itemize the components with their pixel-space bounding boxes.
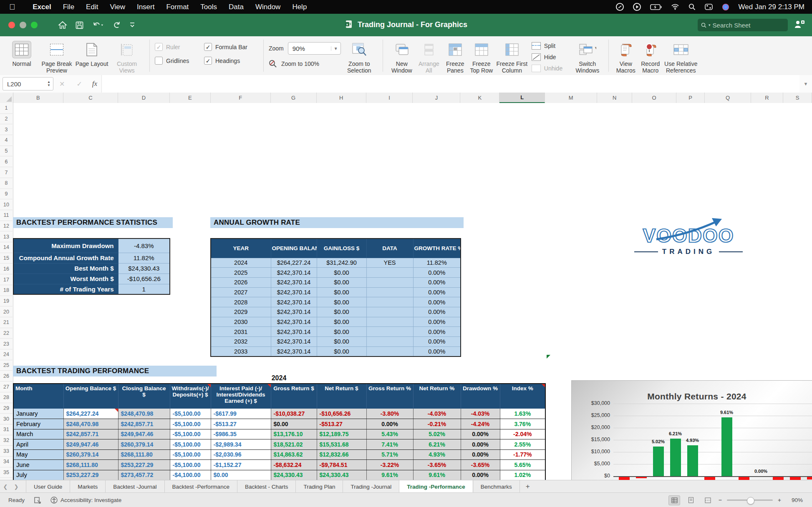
- column-header-R[interactable]: R: [751, 93, 783, 103]
- perf-data-cell[interactable]: 0.00%: [366, 419, 413, 429]
- search-sheet-input[interactable]: ▾ Search Sheet: [698, 19, 788, 31]
- formula-input[interactable]: [101, 75, 799, 93]
- annual-data-cell[interactable]: 2028: [211, 297, 271, 307]
- perf-data-cell[interactable]: -4.24%: [461, 419, 500, 429]
- perf-data-cell[interactable]: $15,531.68: [317, 439, 366, 450]
- perf-data-cell[interactable]: -$8,632.24: [271, 460, 317, 470]
- column-header-G[interactable]: G: [271, 93, 317, 103]
- sheet-tab-trading-performance[interactable]: Trading -Performance: [399, 480, 473, 493]
- undo-button[interactable]: [92, 21, 104, 29]
- zoom-to-selection-button[interactable]: Zoom to Selection: [341, 40, 378, 74]
- gridlines-checkbox-box[interactable]: [155, 57, 163, 65]
- column-header-O[interactable]: O: [632, 93, 676, 103]
- perf-data-cell[interactable]: 9.61%: [366, 470, 413, 480]
- perf-data-cell[interactable]: 0.00%: [461, 449, 500, 460]
- spotlight-icon[interactable]: [688, 3, 696, 10]
- annual-data-cell[interactable]: 0.00%: [413, 297, 461, 307]
- perf-data-cell[interactable]: $242,857.71: [118, 419, 170, 429]
- select-all-corner[interactable]: [0, 93, 13, 103]
- annual-section-title[interactable]: ANNUAL GROWTH RATE: [210, 217, 464, 228]
- formula-bar-checkbox-box[interactable]: [204, 43, 212, 51]
- annual-data-cell[interactable]: $242,370.14: [271, 317, 317, 327]
- use-relative-references-button[interactable]: Use Relative References: [663, 40, 699, 74]
- selection-mode-icon[interactable]: [34, 497, 41, 504]
- stats-value-cell[interactable]: 11.82%: [118, 253, 170, 263]
- row-header-28[interactable]: 28: [0, 392, 13, 403]
- annual-data-cell[interactable]: [366, 277, 413, 287]
- perf-data-cell[interactable]: 2.55%: [500, 439, 545, 450]
- annual-data-cell[interactable]: $242,370.14: [271, 287, 317, 297]
- annual-data-cell[interactable]: 2032: [211, 337, 271, 347]
- perf-data-cell[interactable]: $264,227.24: [63, 409, 118, 419]
- annual-data-cell[interactable]: $0.00: [317, 327, 366, 337]
- annual-data-cell[interactable]: 2026: [211, 277, 271, 287]
- perf-data-cell[interactable]: -$10,656.26: [317, 409, 366, 419]
- stats-label-cell[interactable]: Maximum Drawdown: [13, 238, 118, 253]
- row-header-17[interactable]: 17: [0, 274, 13, 285]
- perf-data-cell[interactable]: -$9,784.51: [317, 460, 366, 470]
- perf-data-cell[interactable]: $0.00: [211, 470, 271, 480]
- perf-data-cell[interactable]: $249,947.46: [63, 439, 118, 450]
- hide-button[interactable]: Hide: [532, 53, 572, 61]
- annual-data-cell[interactable]: $242,370.14: [271, 268, 317, 278]
- annual-data-cell[interactable]: $0.00: [317, 297, 366, 307]
- home-button[interactable]: [58, 21, 67, 29]
- name-box-stepper[interactable]: ▲▼: [47, 80, 53, 87]
- row-header-18[interactable]: 18: [0, 285, 13, 296]
- annual-data-cell[interactable]: [366, 297, 413, 307]
- sheet-tab-user-guide[interactable]: User Guide: [26, 480, 70, 493]
- redo-button[interactable]: [113, 21, 121, 29]
- perf-data-cell[interactable]: -$5,100.00: [170, 460, 211, 470]
- annual-data-cell[interactable]: 2027: [211, 287, 271, 297]
- perf-data-cell[interactable]: -3.65%: [413, 460, 461, 470]
- zoom-combo-caret[interactable]: ▼: [331, 46, 340, 51]
- perf-data-cell[interactable]: 6.21%: [413, 439, 461, 450]
- annual-data-cell[interactable]: $0.00: [317, 268, 366, 278]
- menu-clock[interactable]: Wed Jan 29 2:13 PM: [739, 3, 804, 11]
- apple-menu-icon[interactable]: : [9, 3, 15, 12]
- row-header-7[interactable]: 7: [0, 167, 13, 178]
- customize-toolbar-icon[interactable]: [129, 21, 135, 29]
- annual-data-cell[interactable]: $0.00: [317, 337, 366, 347]
- sheet-tab-markets[interactable]: Markets: [70, 480, 106, 493]
- adobe-cc-icon[interactable]: [616, 3, 624, 11]
- perf-data-cell[interactable]: 9.61%: [413, 470, 461, 480]
- perf-data-cell[interactable]: -$5,100.00: [170, 409, 211, 419]
- sheet-tab-trading-journal[interactable]: Trading -Journal: [343, 480, 399, 493]
- perf-data-cell[interactable]: -3.80%: [366, 409, 413, 419]
- perf-data-cell[interactable]: $260,379.14: [118, 439, 170, 450]
- column-header-B[interactable]: B: [13, 93, 63, 103]
- column-header-N[interactable]: N: [597, 93, 632, 103]
- share-button[interactable]: [794, 19, 804, 31]
- perf-month-cell[interactable]: April: [13, 439, 63, 450]
- perf-data-cell[interactable]: 5.02%: [413, 429, 461, 439]
- normal-view-button[interactable]: Normal: [4, 40, 39, 67]
- perf-month-cell[interactable]: June: [13, 460, 63, 470]
- row-header-32[interactable]: 32: [0, 435, 13, 446]
- status-page-layout-view-button[interactable]: [685, 495, 697, 505]
- sheet-tab-backtest-performance[interactable]: Backtest -Performance: [165, 480, 237, 493]
- perf-data-cell[interactable]: 5.71%: [366, 449, 413, 460]
- perf-data-cell[interactable]: -$2,030.96: [211, 449, 271, 460]
- sheet-tab-trading-plan[interactable]: Trading Plan: [296, 480, 343, 493]
- zoom-slider-thumb[interactable]: [747, 497, 754, 504]
- play-circle-icon[interactable]: [633, 3, 641, 11]
- column-header-Q[interactable]: Q: [705, 93, 751, 103]
- sheet-tab-backtest-journal[interactable]: Backtest -Journal: [106, 480, 164, 493]
- row-header-25[interactable]: 25: [0, 360, 13, 371]
- perf-data-cell[interactable]: -$5,100.00: [170, 429, 211, 439]
- annual-data-cell[interactable]: 0.00%: [413, 287, 461, 297]
- stats-label-cell[interactable]: Best Month $: [13, 263, 118, 274]
- row-header-2[interactable]: 2: [0, 114, 13, 125]
- stats-value-cell[interactable]: 1: [118, 284, 170, 294]
- row-header-26[interactable]: 26: [0, 371, 13, 382]
- annual-data-cell[interactable]: 0.00%: [413, 327, 461, 337]
- view-macros-button[interactable]: View Macros: [614, 40, 638, 74]
- perf-data-cell[interactable]: -$5,100.00: [170, 449, 211, 460]
- perf-data-cell[interactable]: $268,111.80: [63, 460, 118, 470]
- row-header-15[interactable]: 15: [0, 253, 13, 264]
- chart-monthly-returns-2024[interactable]: Monthly Returns - 2024 $30,000$25,000$20…: [571, 380, 812, 480]
- gridlines-checkbox[interactable]: Gridlines: [155, 57, 204, 65]
- perf-data-cell[interactable]: $273,457.72: [118, 470, 170, 480]
- formula-bar-checkbox[interactable]: Formula Bar: [204, 43, 258, 51]
